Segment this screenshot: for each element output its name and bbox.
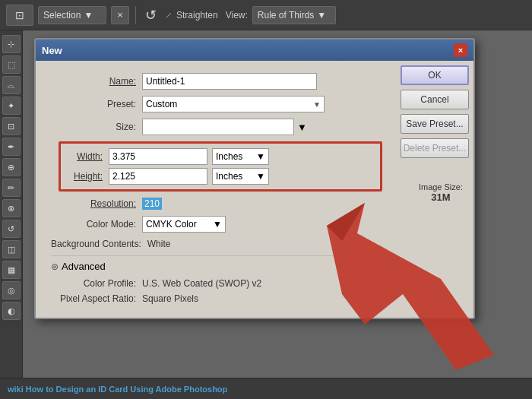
crop-tool[interactable]: ⊡ bbox=[2, 117, 21, 135]
resolution-row: Resolution: 210 bbox=[51, 198, 382, 210]
lasso-tool[interactable]: ⌓ bbox=[2, 76, 21, 94]
dodge-tool[interactable]: ◐ bbox=[2, 302, 21, 320]
clear-button[interactable]: × bbox=[111, 6, 129, 24]
ok-button[interactable]: OK bbox=[401, 65, 469, 85]
clone-tool[interactable]: ⊗ bbox=[2, 199, 21, 217]
name-input[interactable] bbox=[142, 73, 317, 90]
preset-label: Preset: bbox=[51, 99, 142, 109]
color-mode-value: CMYK Color bbox=[146, 219, 197, 230]
preset-select[interactable]: Custom ▼ bbox=[142, 96, 325, 112]
straighten-button[interactable]: ⟋ Straighten bbox=[164, 10, 218, 21]
resolution-label: Resolution: bbox=[51, 198, 142, 209]
top-toolbar: ⊡ Selection ▼ × ↺ ⟋ Straighten View: Rul… bbox=[0, 0, 532, 30]
image-size-label: Image Size: bbox=[419, 182, 463, 192]
dialog-body: Name: Preset: Custom ▼ Size: ▼ Widt bbox=[36, 61, 473, 318]
selection-label: Selection bbox=[43, 10, 81, 21]
size-label: Size: bbox=[51, 122, 142, 132]
selection-dropdown[interactable]: Selection ▼ bbox=[38, 6, 106, 24]
height-label: Height: bbox=[67, 171, 109, 182]
how-to-text: How to Design an ID Card Using Adobe Pho… bbox=[26, 385, 227, 394]
bg-contents-row: Background Contents: White bbox=[51, 239, 382, 249]
size-row: Size: ▼ bbox=[51, 119, 382, 135]
height-unit-label: Inches bbox=[216, 171, 242, 182]
wiki-label: wiki How to Design an ID Card Using Adob… bbox=[8, 385, 227, 394]
name-label: Name: bbox=[51, 76, 142, 87]
resolution-value: 210 bbox=[142, 198, 162, 210]
dialog-titlebar: New × bbox=[36, 40, 473, 61]
history-brush-tool[interactable]: ↺ bbox=[2, 220, 21, 238]
save-preset-button[interactable]: Save Preset... bbox=[401, 114, 469, 134]
height-input[interactable] bbox=[109, 168, 207, 185]
color-mode-label: Color Mode: bbox=[51, 219, 142, 230]
bottom-status-bar: wiki How to Design an ID Card Using Adob… bbox=[0, 378, 532, 399]
view-dropdown[interactable]: Rule of Thirds ▼ bbox=[252, 6, 336, 24]
delete-preset-button[interactable]: Delete Preset... bbox=[401, 138, 469, 158]
image-size-container: Image Size: 31M bbox=[419, 182, 463, 203]
unit-dropdown-icon: ▼ bbox=[256, 151, 265, 162]
height-row: Height: Inches ▼ bbox=[67, 168, 374, 185]
magic-wand-tool[interactable]: ✦ bbox=[2, 97, 21, 115]
preset-select-container: Custom ▼ bbox=[142, 96, 347, 112]
marquee-tool[interactable]: ⬚ bbox=[2, 55, 21, 74]
blur-tool[interactable]: ◎ bbox=[2, 281, 21, 299]
width-unit-label: Inches bbox=[216, 151, 242, 162]
rule-of-thirds-label: Rule of Thirds bbox=[258, 10, 314, 21]
gradient-tool[interactable]: ▦ bbox=[2, 261, 21, 279]
straighten-icon: ⟋ bbox=[164, 10, 173, 21]
eyedropper-tool[interactable]: ✒ bbox=[2, 138, 21, 156]
advanced-row: ⊛ Advanced bbox=[51, 261, 382, 272]
size-input[interactable] bbox=[142, 119, 294, 135]
wiki-text: wiki bbox=[8, 385, 24, 394]
divider bbox=[51, 255, 382, 256]
advanced-label: Advanced bbox=[62, 261, 106, 272]
eraser-tool[interactable]: ◫ bbox=[2, 240, 21, 258]
brush-tool[interactable]: ✏ bbox=[2, 179, 21, 197]
width-row: Width: Inches ▼ bbox=[67, 148, 374, 165]
color-mode-arrow-icon: ▼ bbox=[213, 219, 222, 230]
move-tool[interactable]: ⊹ bbox=[2, 35, 21, 53]
width-label: Width: bbox=[67, 151, 109, 162]
color-profile-label: Color Profile: bbox=[51, 278, 142, 289]
dialog-close-button[interactable]: × bbox=[454, 43, 467, 57]
image-size-value: 31M bbox=[419, 192, 463, 203]
spot-healing-tool[interactable]: ⊕ bbox=[2, 158, 21, 176]
chevron-down-icon: ▼ bbox=[317, 10, 326, 21]
new-dialog: New × Name: Preset: Custom ▼ Size: ▼ bbox=[34, 38, 475, 319]
pixel-aspect-label: Pixel Aspect Ratio: bbox=[51, 293, 142, 304]
bg-contents-label: Background Contents: bbox=[51, 239, 147, 249]
rotate-icon: ↺ bbox=[145, 7, 157, 24]
width-input[interactable] bbox=[109, 148, 207, 165]
width-unit-select[interactable]: Inches ▼ bbox=[212, 148, 269, 165]
bg-contents-value: White bbox=[147, 239, 171, 249]
dimensions-highlight-box: Width: Inches ▼ Height: Inches ▼ bbox=[59, 141, 382, 192]
height-unit-select[interactable]: Inches ▼ bbox=[212, 168, 269, 185]
advanced-toggle-icon[interactable]: ⊛ bbox=[51, 261, 59, 272]
dialog-buttons: OK Cancel Save Preset... Delete Preset..… bbox=[396, 61, 473, 163]
crop-tool-icon[interactable]: ⊡ bbox=[6, 5, 33, 26]
left-toolbar: ⊹ ⬚ ⌓ ✦ ⊡ ✒ ⊕ ✏ ⊗ ↺ ◫ ▦ ◎ ◐ bbox=[0, 30, 23, 399]
color-mode-select[interactable]: CMYK Color ▼ bbox=[142, 216, 226, 233]
name-row: Name: bbox=[51, 73, 382, 90]
size-dropdown-arrow-icon: ▼ bbox=[297, 122, 307, 133]
color-profile-value: U.S. Web Coated (SWOP) v2 bbox=[142, 278, 261, 289]
separator bbox=[135, 6, 136, 24]
view-label: View: bbox=[226, 10, 248, 21]
straighten-label: Straighten bbox=[176, 10, 218, 21]
preset-value: Custom bbox=[146, 99, 177, 109]
unit-dropdown-icon2: ▼ bbox=[256, 171, 265, 182]
chevron-down-icon: ▼ bbox=[84, 10, 93, 21]
preset-row: Preset: Custom ▼ bbox=[51, 96, 382, 112]
color-mode-row: Color Mode: CMYK Color ▼ bbox=[51, 216, 382, 233]
color-profile-row: Color Profile: U.S. Web Coated (SWOP) v2 bbox=[51, 278, 382, 289]
pixel-aspect-row: Pixel Aspect Ratio: Square Pixels bbox=[51, 293, 382, 304]
pixel-aspect-value: Square Pixels bbox=[142, 293, 198, 304]
dialog-title: New bbox=[42, 45, 62, 56]
cancel-button[interactable]: Cancel bbox=[401, 90, 469, 109]
dropdown-arrow-icon: ▼ bbox=[313, 100, 321, 109]
